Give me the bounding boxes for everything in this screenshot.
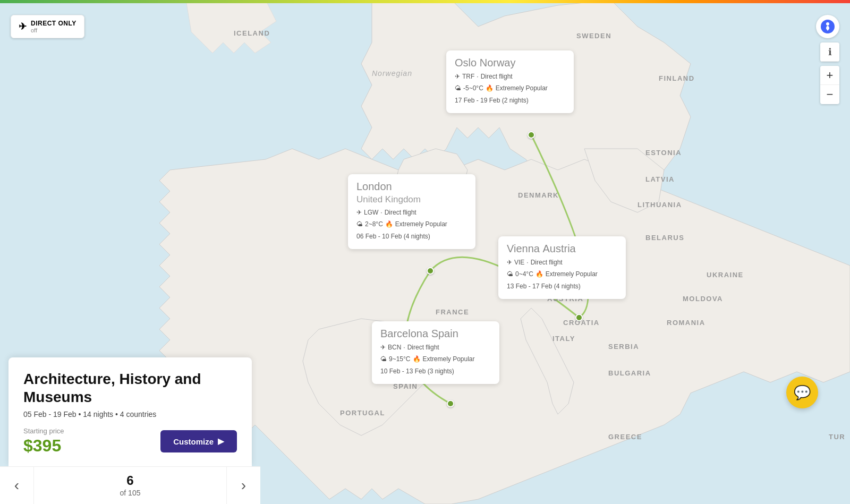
direct-only-status: off	[31, 27, 76, 33]
prev-icon: ‹	[14, 477, 19, 494]
progress-bar	[0, 0, 850, 3]
barcelona-plane-icon: ✈	[380, 342, 386, 354]
barcelona-weather-icon: 🌤	[380, 354, 387, 365]
prev-page-button[interactable]: ‹	[0, 467, 34, 504]
oslo-plane-icon: ✈	[455, 71, 460, 83]
london-popup: LondonUnited Kingdom ✈ LGW · Direct flig…	[348, 174, 475, 249]
arrow-right-icon: ▶	[218, 437, 224, 446]
barcelona-city: Barcelona Spain	[380, 328, 491, 340]
london-weather-icon: 🌤	[356, 219, 363, 230]
london-marker[interactable]	[427, 267, 434, 275]
oslo-marker[interactable]	[528, 131, 535, 139]
current-page: 6	[126, 473, 133, 489]
london-city: LondonUnited Kingdom	[356, 181, 467, 205]
trip-price: $395	[23, 436, 64, 456]
svg-point-2	[826, 22, 829, 25]
oslo-city: Oslo Norway	[455, 57, 565, 69]
trip-title: Architecture, History and Museums	[23, 370, 237, 406]
pagination: ‹ 6 of 105 ›	[0, 466, 260, 504]
oslo-weather-icon: 🌤	[455, 83, 461, 95]
next-icon: ›	[241, 477, 246, 494]
trip-dates: 05 Feb - 19 Feb • 14 nights • 4 countrie…	[23, 410, 237, 418]
barcelona-marker[interactable]	[447, 400, 454, 407]
next-page-button[interactable]: ›	[226, 467, 260, 504]
vienna-plane-icon: ✈	[507, 257, 512, 269]
vienna-weather-icon: 🌤	[507, 269, 513, 280]
mapbox-logo	[816, 15, 839, 38]
map-info-button[interactable]: ℹ	[820, 42, 839, 62]
map-zoom-out-button[interactable]: −	[820, 85, 839, 104]
customize-button[interactable]: Customize ▶	[160, 430, 237, 452]
trip-card: Architecture, History and Museums 05 Feb…	[8, 357, 252, 466]
plane-icon: ✈	[19, 21, 27, 32]
vienna-popup: Vienna Austria ✈ VIE · Direct flight 🌤 0…	[498, 236, 626, 299]
chat-button[interactable]: 💬	[786, 377, 818, 408]
vienna-city: Vienna Austria	[507, 243, 617, 255]
direct-only-label: DIRECT ONLY	[31, 20, 76, 27]
london-plane-icon: ✈	[356, 207, 362, 219]
page-info: 6 of 105	[34, 467, 226, 504]
direct-only-toggle[interactable]: ✈ DIRECT ONLY off	[11, 15, 84, 38]
left-panel: Architecture, History and Museums 05 Feb…	[0, 357, 260, 504]
chat-icon: 💬	[794, 385, 811, 401]
map-zoom-in-button[interactable]: +	[820, 66, 839, 85]
vienna-marker[interactable]	[575, 314, 583, 321]
trip-price-label: Starting price	[23, 427, 64, 435]
barcelona-popup: Barcelona Spain ✈ BCN · Direct flight 🌤 …	[372, 321, 499, 384]
page-total: of 105	[120, 489, 141, 498]
oslo-popup: Oslo Norway ✈ TRF · Direct flight 🌤 -5~0…	[446, 50, 574, 113]
